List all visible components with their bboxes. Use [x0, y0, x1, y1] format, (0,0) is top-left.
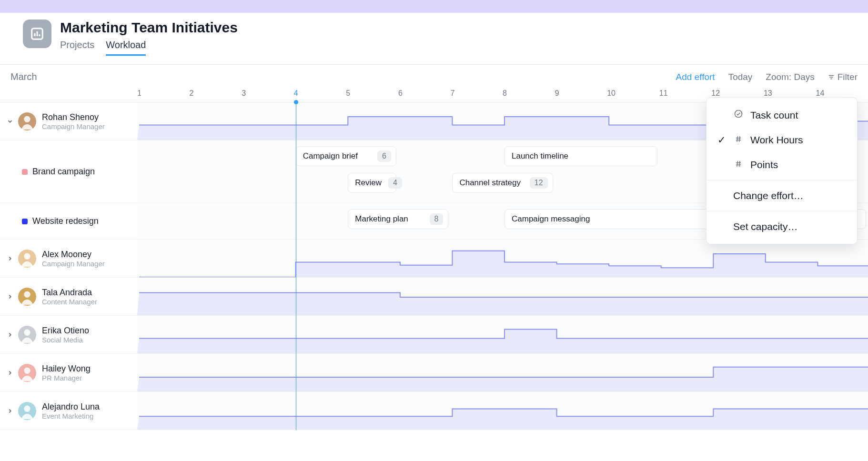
person-name: Erika Otieno — [42, 326, 89, 336]
person-row: Alejandro Luna Event Marketing — [0, 392, 868, 430]
window-accent-bar — [0, 0, 868, 13]
check-circle-icon — [733, 109, 744, 121]
date-7: 7 — [450, 89, 503, 102]
effort-badge: 6 — [377, 150, 391, 162]
date-11: 11 — [659, 89, 712, 102]
person-role: PR Manager — [42, 374, 91, 382]
add-effort-button[interactable]: Add effort — [676, 72, 715, 82]
tab-workload[interactable]: Workload — [106, 40, 146, 56]
svg-point-16 — [24, 367, 30, 373]
today-dot — [294, 100, 298, 104]
dd-label: Set capacity… — [733, 221, 797, 232]
svg-line-22 — [737, 136, 738, 142]
dd-set-capacity[interactable]: Set capacity… — [707, 214, 857, 239]
date-2: 2 — [190, 89, 242, 102]
person-row: Tala Andrada Content Manager — [0, 278, 868, 316]
chevron-right-icon[interactable] — [5, 255, 15, 262]
today-button[interactable]: Today — [728, 72, 753, 82]
filter-label: Filter — [838, 72, 858, 82]
header: Marketing Team Initiatives Projects Work… — [0, 13, 868, 56]
task-card[interactable]: Marketing plan8 — [348, 209, 448, 229]
task-card[interactable]: Launch timeline — [505, 146, 657, 166]
svg-line-27 — [739, 161, 740, 167]
hash-icon — [733, 134, 744, 146]
task-label: Marketing plan — [355, 214, 408, 224]
person-name: Hailey Wong — [42, 364, 91, 374]
effort-dropdown: Task count ✓ Work Hours Points Change ef… — [706, 97, 858, 244]
project-color-icon — [22, 219, 28, 224]
svg-point-8 — [24, 116, 30, 122]
zoom-button[interactable]: Zoom: Days — [766, 72, 814, 82]
avatar — [18, 288, 36, 306]
dd-points[interactable]: Points — [707, 152, 857, 177]
svg-point-12 — [24, 291, 30, 297]
dd-label: Task count — [750, 110, 798, 121]
date-1: 1 — [137, 89, 190, 102]
person-role: Content Manager — [42, 298, 97, 306]
person-name: Rohan Shenoy — [42, 112, 105, 122]
check-icon: ✓ — [717, 134, 727, 146]
date-6: 6 — [398, 89, 451, 102]
dd-label: Points — [750, 159, 778, 170]
dd-change-effort[interactable]: Change effort… — [707, 183, 857, 208]
month-label: March — [10, 65, 37, 89]
person-role: Campaign Manager — [42, 122, 105, 130]
person-role: Social Media — [42, 336, 89, 344]
person-row: Hailey Wong PR Manager — [0, 354, 868, 392]
person-name: Alex Mooney — [42, 250, 105, 260]
person-name: Tala Andrada — [42, 288, 97, 298]
svg-point-19 — [735, 110, 742, 118]
task-label: Review — [355, 178, 382, 188]
chevron-right-icon[interactable] — [5, 370, 15, 376]
chevron-right-icon[interactable] — [5, 293, 15, 300]
project-color-icon — [22, 169, 28, 175]
person-role: Event Marketing — [42, 412, 100, 420]
person-row: Erika Otieno Social Media — [0, 316, 868, 354]
effort-badge: 8 — [430, 213, 444, 225]
dd-label: Change effort… — [733, 190, 804, 201]
filter-icon — [828, 74, 835, 80]
filter-button[interactable]: Filter — [828, 72, 858, 82]
toolbar: March Add effort Today Zoom: Days Filter — [0, 64, 868, 89]
workload-graph — [137, 354, 868, 391]
avatar — [18, 326, 36, 344]
effort-badge: 12 — [530, 177, 548, 189]
task-card[interactable]: Campaign brief6 — [296, 146, 396, 166]
avatar — [18, 364, 36, 382]
date-3: 3 — [242, 89, 294, 102]
hash-icon — [733, 159, 744, 170]
task-label: Campaign brief — [303, 151, 358, 161]
dd-label: Work Hours — [750, 134, 803, 146]
dd-work-hours[interactable]: ✓ Work Hours — [707, 128, 857, 152]
tab-projects[interactable]: Projects — [60, 40, 94, 56]
page-title: Marketing Team Initiatives — [60, 20, 238, 36]
workload-graph — [137, 392, 868, 430]
view-tabs: Projects Workload — [60, 40, 238, 56]
task-label: Campaign messaging — [512, 214, 590, 224]
avatar — [18, 112, 36, 130]
project-icon — [23, 20, 51, 48]
svg-point-18 — [24, 405, 30, 411]
date-4: 4 — [294, 89, 346, 102]
project-name: Brand campaign — [32, 167, 95, 177]
svg-line-26 — [737, 161, 738, 167]
date-8: 8 — [503, 89, 555, 102]
chevron-down-icon[interactable] — [5, 118, 15, 125]
svg-point-14 — [24, 329, 30, 335]
svg-point-10 — [24, 253, 30, 259]
date-9: 9 — [555, 89, 607, 102]
avatar — [18, 250, 36, 268]
date-5: 5 — [346, 89, 398, 102]
task-label: Launch timeline — [512, 151, 568, 161]
project-name: Website redesign — [32, 216, 99, 226]
workload-graph — [137, 316, 868, 353]
date-10: 10 — [607, 89, 659, 102]
dd-task-count[interactable]: Task count — [707, 102, 857, 128]
chevron-right-icon[interactable] — [5, 331, 15, 338]
chevron-right-icon[interactable] — [5, 408, 15, 414]
person-row: Alex Mooney Campaign Manager — [0, 240, 868, 278]
task-card[interactable]: Review4 — [348, 173, 396, 193]
task-card[interactable]: Channel strategy12 — [452, 173, 553, 193]
person-role: Campaign Manager — [42, 260, 105, 268]
svg-line-23 — [739, 136, 740, 142]
